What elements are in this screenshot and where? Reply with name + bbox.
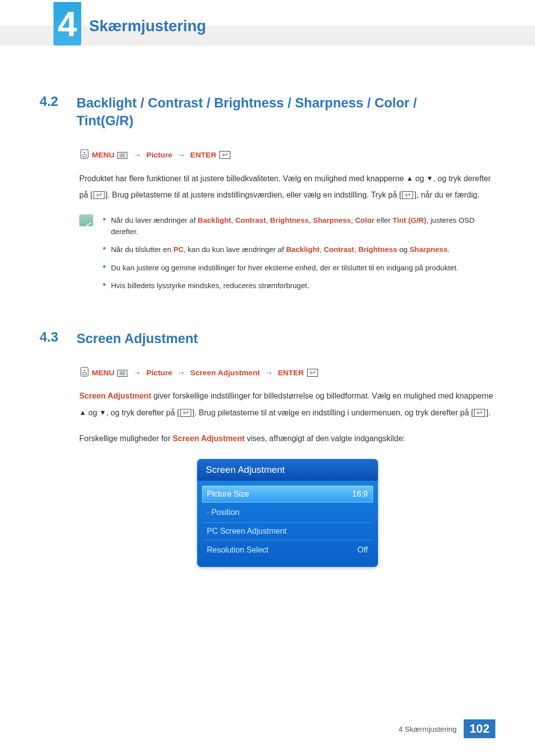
osd-row-label: Resolution Select [207,546,269,554]
up-triangle-icon: ▲ [406,171,413,186]
footer-chapter-label: 4 Skærmjustering [398,725,457,733]
osd-row-label: PC Screen Adjustment [207,527,287,536]
arrow-icon: → [174,368,188,377]
nav-enter-label: ENTER [278,368,304,377]
chapter-title: Skærmjustering [89,17,206,35]
remote-icon [80,149,89,159]
section-title: Backlight / Contrast / Brightness / Shar… [76,94,473,130]
enter-icon [307,369,318,377]
note-item: Du kan justere og gemme indstillinger fo… [103,262,495,273]
down-triangle-icon: ▼ [426,171,433,186]
section-4-3: 4.3 Screen Adjustment MENU → Picture → S… [40,330,495,567]
osd-row-position[interactable]: · Position [202,504,373,521]
menu-icon [117,370,127,377]
arrow-icon: → [262,368,276,377]
arrow-icon: → [131,368,145,377]
note-item: Når du laver ændringer af Backlight, Con… [103,214,495,238]
osd-title: Screen Adjustment [197,459,378,481]
nav-enter-label: ENTER [190,151,216,159]
section-number: 4.3 [40,330,74,345]
section-4-2: 4.2 Backlight / Contrast / Brightness / … [40,94,495,298]
osd-row-value: 16:9 [352,490,368,499]
nav-menu-label: MENU [92,151,114,159]
note-item: Hvis billedets lysstyrke mindskes, reduc… [103,280,495,291]
enter-icon [402,191,413,199]
menu-nav-path: MENU → Picture → Screen Adjustment → ENT… [79,367,495,379]
page-footer: 4 Skærmjustering 102 [398,719,495,738]
chapter-number-badge: 4 [54,2,81,46]
section-title: Screen Adjustment [76,330,198,348]
enter-icon [94,191,105,199]
enter-icon [180,409,191,417]
section43-paragraph2: Forskellige muligheder for Screen Adjust… [79,430,495,447]
nav-menu-label: MENU [92,368,114,377]
note-list: Når du laver ændringer af Backlight, Con… [103,214,495,298]
osd-row-pc-screen-adjustment[interactable]: PC Screen Adjustment [202,522,373,540]
section43-paragraph1: Screen Adjustment giver forskellige inds… [79,388,495,421]
note-icon [79,214,93,226]
svg-rect-12 [83,372,86,375]
osd-menu: Screen Adjustment Picture Size 16:9 · Po… [197,459,378,567]
section-number: 4.2 [40,94,74,109]
enter-icon [219,151,230,159]
menu-nav-path: MENU → Picture → ENTER [79,149,495,161]
footer-page-number: 102 [464,719,495,738]
menu-icon [117,152,127,159]
svg-point-1 [84,152,85,153]
note-item: Når du tilslutter en PC, kan du kun lave… [103,244,495,255]
osd-row-label: · Position [207,508,240,517]
svg-rect-2 [83,154,86,157]
arrow-icon: → [174,151,188,159]
remote-icon [80,367,89,377]
osd-row-label: Picture Size [207,490,249,499]
osd-row-resolution-select[interactable]: Resolution Select Off [202,542,373,558]
arrow-icon: → [131,151,145,159]
osd-row-picture-size[interactable]: Picture Size 16:9 [202,486,373,503]
svg-point-11 [84,369,85,370]
note-box: Når du laver ændringer af Backlight, Con… [79,214,495,298]
nav-screen-adj-label: Screen Adjustment [190,368,260,377]
nav-picture-label: Picture [146,151,172,159]
nav-picture-label: Picture [146,368,172,377]
up-triangle-icon: ▲ [79,405,86,420]
section42-paragraph: Produktet har flere funktioner til at ju… [79,170,495,203]
osd-row-value: Off [357,546,368,554]
down-triangle-icon: ▼ [100,405,107,420]
enter-icon [474,409,485,417]
